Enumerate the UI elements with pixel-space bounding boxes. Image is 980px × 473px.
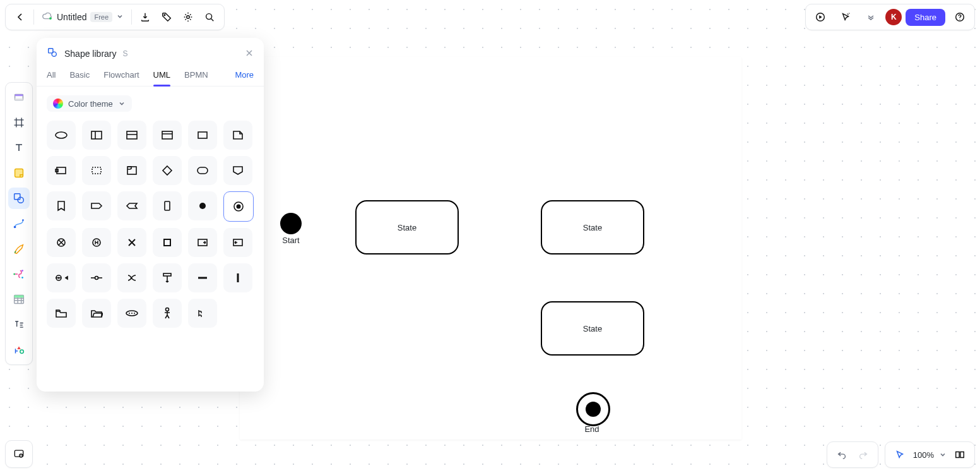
shape-rounded-rect[interactable] <box>188 156 217 185</box>
text-block-icon[interactable] <box>8 314 30 335</box>
frames-icon[interactable] <box>8 87 30 108</box>
shape-arrow-right[interactable] <box>82 191 111 220</box>
svg-point-26 <box>56 132 67 138</box>
svg-point-15 <box>13 273 15 275</box>
tag-button[interactable] <box>156 6 177 28</box>
shape-fork-h[interactable] <box>153 263 182 292</box>
svg-point-2 <box>187 16 190 19</box>
svg-rect-48 <box>163 273 171 276</box>
shape-stop[interactable] <box>153 228 182 257</box>
zoom-level[interactable]: 100% <box>911 450 936 460</box>
tab-uml[interactable]: UML <box>153 66 170 86</box>
svg-point-47 <box>95 277 98 280</box>
shape-library-panel: Shape library S All Basic Flowchart UML … <box>37 38 264 392</box>
chevron-down-button[interactable] <box>860 6 882 28</box>
search-button[interactable] <box>199 6 220 28</box>
reading-mode-button[interactable] <box>949 444 971 465</box>
shape-history[interactable] <box>82 228 111 257</box>
left-toolbar <box>5 82 33 365</box>
minimap-button[interactable] <box>5 440 33 468</box>
shape-deep-history[interactable] <box>82 263 111 292</box>
node-state-3[interactable]: State <box>541 301 644 356</box>
svg-rect-34 <box>127 167 136 174</box>
node-start[interactable] <box>280 213 302 234</box>
svg-rect-28 <box>127 131 137 139</box>
svg-point-14 <box>22 219 24 221</box>
download-button[interactable] <box>134 6 156 28</box>
shape-x-mark[interactable] <box>117 228 146 257</box>
shapes-icon[interactable] <box>8 188 30 209</box>
shape-table[interactable] <box>153 121 182 150</box>
shape-send-signal[interactable] <box>223 156 252 185</box>
svg-rect-29 <box>162 131 172 139</box>
tab-flowchart[interactable]: Flowchart <box>103 66 139 86</box>
shape-device[interactable] <box>153 191 182 220</box>
shape-ellipse[interactable] <box>47 121 76 150</box>
text-icon[interactable] <box>8 137 30 159</box>
node-end[interactable] <box>576 392 610 426</box>
tab-basic[interactable]: Basic <box>69 66 90 86</box>
node-state-1-label: State <box>398 223 416 232</box>
svg-rect-36 <box>165 201 170 210</box>
chevron-down-icon <box>118 100 126 107</box>
svg-point-23 <box>21 455 22 457</box>
tab-more[interactable]: More <box>235 66 254 86</box>
shape-port-rect[interactable] <box>47 156 76 185</box>
redo-button[interactable] <box>853 444 874 465</box>
shape-dashed-rect[interactable] <box>82 156 111 185</box>
avatar[interactable]: K <box>885 9 902 25</box>
node-state-3-label: State <box>583 324 602 333</box>
settings-button[interactable] <box>177 6 199 28</box>
shape-note[interactable] <box>223 121 252 150</box>
chevron-down-icon <box>116 12 124 22</box>
shape-shallow-history[interactable] <box>47 263 76 292</box>
shape-transition-right[interactable] <box>188 228 217 257</box>
color-theme-dropdown[interactable]: Color theme <box>47 95 132 112</box>
mindmap-icon[interactable] <box>8 263 30 285</box>
undo-button[interactable] <box>831 444 853 465</box>
tab-bpmn[interactable]: BPMN <box>184 66 208 86</box>
more-shapes-icon[interactable] <box>8 339 30 361</box>
svg-rect-11 <box>15 194 20 200</box>
shape-list-text[interactable] <box>188 299 217 328</box>
cursor-mode-button[interactable] <box>889 444 911 465</box>
svg-rect-42 <box>164 239 170 246</box>
svg-point-16 <box>21 270 23 272</box>
share-button[interactable]: Share <box>906 9 945 26</box>
node-state-2[interactable]: State <box>541 200 644 254</box>
shape-stickman[interactable] <box>153 299 182 328</box>
shape-end-circle[interactable] <box>223 191 254 222</box>
connector-icon[interactable] <box>8 213 30 234</box>
tab-all[interactable]: All <box>47 66 56 86</box>
shape-frame[interactable] <box>117 156 146 185</box>
shape-folder-open[interactable] <box>82 299 111 328</box>
node-state-1[interactable]: State <box>355 200 459 254</box>
shape-arrow-left[interactable] <box>117 191 146 220</box>
shape-entity[interactable] <box>117 121 146 150</box>
table-icon[interactable] <box>8 289 30 310</box>
shape-filled-circle[interactable] <box>188 191 217 220</box>
help-button[interactable] <box>949 6 971 28</box>
shape-crossed-circle[interactable] <box>47 228 76 257</box>
shape-bar-v[interactable] <box>223 263 252 292</box>
close-icon[interactable] <box>245 48 254 59</box>
shape-folder[interactable] <box>47 299 76 328</box>
back-button[interactable] <box>9 6 31 28</box>
frame-tool-icon[interactable] <box>8 112 30 133</box>
shape-minus[interactable] <box>188 263 217 292</box>
node-end-label: End <box>576 424 608 434</box>
zoom-chevron-icon[interactable] <box>936 444 949 465</box>
shape-junction[interactable] <box>117 263 146 292</box>
document-title-group[interactable]: Untitled Free <box>37 11 129 24</box>
present-button[interactable] <box>810 6 831 28</box>
cursor-share-button[interactable] <box>835 6 856 28</box>
sticky-note-icon[interactable] <box>8 162 30 184</box>
shape-transition-left[interactable] <box>223 228 252 257</box>
shape-bookmark[interactable] <box>47 191 76 220</box>
shape-rect[interactable] <box>188 121 217 150</box>
svg-point-17 <box>21 277 23 278</box>
shape-diamond[interactable] <box>153 156 182 185</box>
shape-hollow-dots[interactable] <box>117 299 146 328</box>
pen-icon[interactable] <box>8 238 30 260</box>
shape-package[interactable] <box>82 121 111 150</box>
